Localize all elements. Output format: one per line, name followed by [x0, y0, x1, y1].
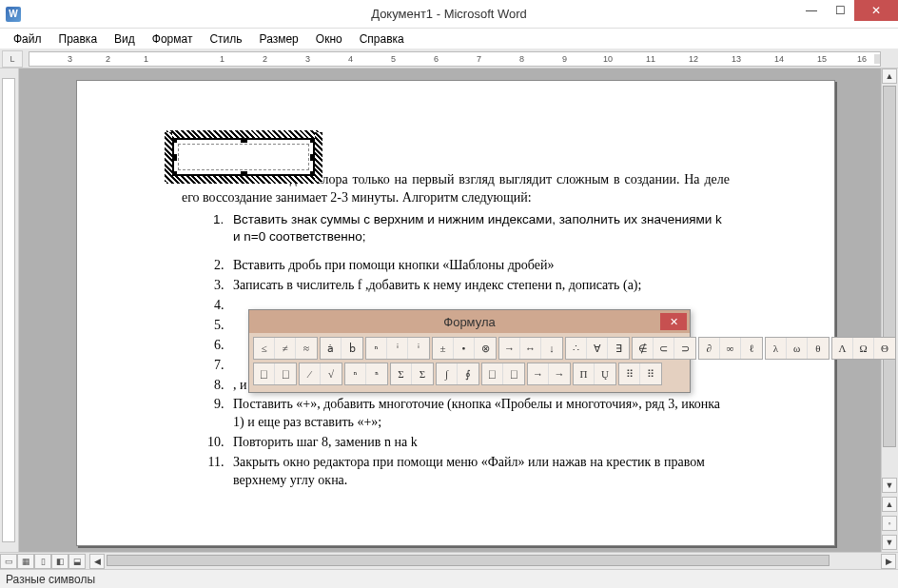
maximize-button[interactable]: ☐: [826, 0, 854, 21]
menu-edit[interactable]: Правка: [51, 30, 106, 48]
formula-button[interactable]: ≠: [275, 338, 296, 359]
formula-button[interactable]: Σ: [412, 363, 433, 384]
prev-page-button[interactable]: ▲: [882, 497, 897, 512]
ruler-tick: 9: [562, 54, 567, 64]
formula-button[interactable]: Ω: [853, 338, 874, 359]
menu-size[interactable]: Размер: [252, 30, 306, 48]
menu-help[interactable]: Справка: [352, 30, 412, 48]
menu-window[interactable]: Окно: [308, 30, 350, 48]
formula-button[interactable]: λ: [766, 338, 787, 359]
formula-group: ⎕⎕: [481, 363, 525, 385]
title-bar: W Документ1 - Microsoft Word — ☐ ✕: [0, 0, 898, 29]
equation-object[interactable]: [172, 138, 315, 176]
formula-button[interactable]: ≈: [296, 338, 317, 359]
formula-button[interactable]: ḃ: [342, 338, 362, 359]
formula-group: ∫∮: [436, 363, 479, 385]
scroll-left-arrow[interactable]: ◀: [89, 554, 105, 569]
scroll-up-arrow[interactable]: ▲: [882, 69, 897, 84]
menu-style[interactable]: Стиль: [202, 30, 249, 48]
formula-button[interactable]: •: [454, 338, 475, 359]
ruler-tick: 8: [519, 54, 524, 64]
formula-button[interactable]: Σ: [391, 363, 412, 384]
formula-button[interactable]: ⎕: [482, 363, 503, 384]
formula-button[interactable]: ⎕: [254, 363, 275, 384]
formula-button[interactable]: ↔: [520, 338, 541, 359]
formula-button[interactable]: ⁿ: [366, 363, 387, 384]
formula-button[interactable]: →: [499, 338, 520, 359]
formula-title-text: Формула: [443, 315, 495, 329]
formula-button[interactable]: ∫: [437, 363, 458, 384]
window-controls: — ☐ ✕: [797, 0, 898, 21]
horizontal-scrollbar[interactable]: ◀ ▶: [89, 554, 896, 569]
formula-group: ⠿⠿: [618, 363, 662, 385]
next-page-button[interactable]: ▼: [882, 535, 897, 550]
view-reading-icon[interactable]: ⬓: [68, 554, 86, 569]
formula-button[interactable]: ∃: [608, 338, 629, 359]
scroll-right-arrow[interactable]: ▶: [881, 554, 896, 569]
ruler-corner[interactable]: L: [2, 50, 23, 68]
minimize-button[interactable]: —: [797, 0, 826, 21]
scroll-thumb[interactable]: [883, 86, 896, 447]
formula-button[interactable]: ⊗: [475, 338, 496, 359]
list-item: Вставить дробь при помощи кнопки «Шаблон…: [227, 257, 730, 275]
ruler-tick: 14: [774, 54, 784, 64]
hscroll-thumb[interactable]: [107, 555, 830, 566]
view-print-icon[interactable]: ▯: [34, 554, 51, 569]
ruler-tick: 6: [434, 54, 439, 64]
formula-button[interactable]: ∀: [587, 338, 608, 359]
formula-button[interactable]: Θ: [874, 338, 895, 359]
formula-button[interactable]: Ų: [595, 363, 615, 384]
ruler-tick: 5: [391, 54, 396, 64]
formula-button[interactable]: ∂: [699, 338, 720, 359]
formula-button[interactable]: ⊂: [654, 338, 674, 359]
view-web-icon[interactable]: ▦: [17, 554, 34, 569]
formula-button[interactable]: ℓ: [741, 338, 762, 359]
formula-button[interactable]: ⁄: [300, 363, 321, 384]
formula-button[interactable]: ⊃: [674, 338, 695, 359]
vertical-scrollbar[interactable]: ▲ ▼ ▲ ◦ ▼: [881, 69, 898, 552]
formula-button[interactable]: ↓: [541, 338, 562, 359]
formula-button[interactable]: ω: [787, 338, 808, 359]
formula-button[interactable]: √: [321, 363, 342, 384]
horizontal-ruler[interactable]: 3 2 1 1 2 3 4 5 6 7 8 9 10 11 12 13 14 1…: [29, 51, 881, 67]
ruler-tick: 2: [106, 54, 110, 64]
formula-button[interactable]: ⁱ: [408, 338, 429, 359]
formula-button[interactable]: ∞: [720, 338, 741, 359]
vertical-ruler[interactable]: [0, 69, 19, 552]
formula-button[interactable]: ±: [433, 338, 454, 359]
formula-button[interactable]: ⎕: [275, 363, 296, 384]
browse-object-button[interactable]: ◦: [882, 516, 897, 531]
formula-button[interactable]: ⠿: [619, 363, 640, 384]
formula-group: ∴∀∃: [565, 337, 630, 360]
scroll-down-arrow[interactable]: ▼: [882, 478, 897, 493]
formula-button[interactable]: θ: [808, 338, 829, 359]
formula-button[interactable]: ∉: [633, 338, 654, 359]
ruler-tick: 16: [857, 54, 867, 64]
formula-button[interactable]: →: [549, 363, 570, 384]
formula-toolbar-window[interactable]: Формула ✕ ≤≠≈ȧḃⁿⁱⁱ±•⊗→↔↓∴∀∃∉⊂⊃∂∞ℓλωθΛΩΘ …: [248, 309, 691, 393]
formula-button[interactable]: ∴: [566, 338, 587, 359]
formula-button[interactable]: ∮: [458, 363, 478, 384]
menu-view[interactable]: Вид: [107, 30, 143, 48]
formula-button[interactable]: ⠿: [640, 363, 661, 384]
formula-button[interactable]: Λ: [832, 338, 853, 359]
formula-button[interactable]: ⎕: [503, 363, 524, 384]
formula-group: λωθ: [765, 337, 830, 360]
formula-group: →↔↓: [498, 337, 563, 360]
menu-file[interactable]: Файл: [6, 30, 49, 48]
formula-button[interactable]: ≤: [254, 338, 275, 359]
formula-button[interactable]: →: [528, 363, 549, 384]
formula-title-bar[interactable]: Формула ✕: [249, 310, 690, 333]
ruler-bar: L 3 2 1 1 2 3 4 5 6 7 8 9 10 11 12 13 14…: [0, 49, 898, 69]
formula-button[interactable]: ⁿ: [345, 363, 366, 384]
view-normal-icon[interactable]: ▭: [0, 554, 17, 569]
formula-row-1: ≤≠≈ȧḃⁿⁱⁱ±•⊗→↔↓∴∀∃∉⊂⊃∂∞ℓλωθΛΩΘ: [253, 337, 686, 360]
formula-button[interactable]: Π: [574, 363, 595, 384]
close-button[interactable]: ✕: [854, 0, 898, 21]
formula-button[interactable]: ⁱ: [387, 338, 408, 359]
formula-close-button[interactable]: ✕: [660, 313, 687, 330]
view-outline-icon[interactable]: ◧: [51, 554, 68, 569]
menu-format[interactable]: Формат: [145, 30, 201, 48]
formula-button[interactable]: ȧ: [321, 338, 342, 359]
formula-button[interactable]: ⁿ: [366, 338, 387, 359]
